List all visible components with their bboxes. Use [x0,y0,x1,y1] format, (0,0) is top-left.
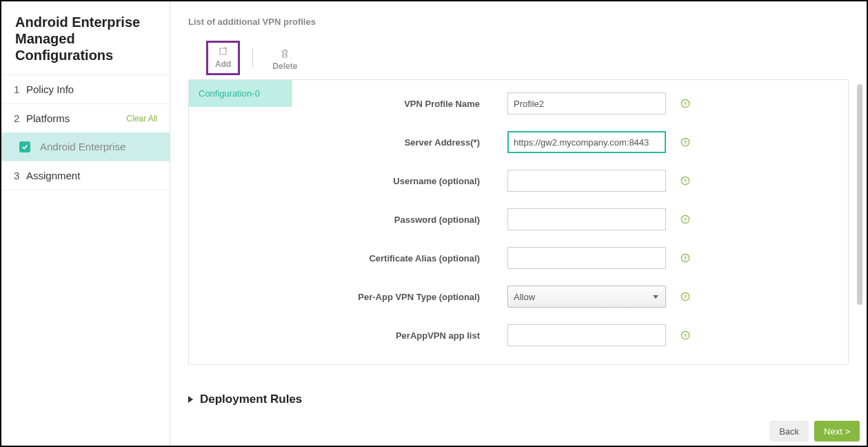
nav-num: 2 [14,112,26,124]
config-item[interactable]: Configuration-0 [189,80,292,107]
input-cert[interactable] [507,247,666,269]
nav-num: 3 [14,170,26,181]
add-icon [217,46,230,58]
sidebar-item-android-enterprise[interactable]: Android Enterprise [1,132,170,161]
row-vpn-name: VPN Profile Name ? [301,92,840,115]
scrollbar-thumb[interactable] [857,84,862,305]
nav-label: Platforms [26,112,126,124]
help-icon[interactable]: ? [680,98,691,109]
delete-label: Delete [272,61,297,71]
nav-policy-info[interactable]: 1 Policy Info [1,74,170,103]
delete-button[interactable]: Delete [265,45,304,75]
add-button[interactable]: Add [208,43,238,73]
deployment-rules-toggle[interactable]: Deployment Rules [188,393,849,406]
sidebar-item-label: Android Enterprise [40,141,125,152]
label-username: Username (optional) [301,176,507,186]
row-password: Password (optional) ? [301,208,840,230]
row-cert: Certificate Alias (optional) ? [301,247,840,269]
select-value: Allow [514,292,535,302]
input-server[interactable] [507,131,666,153]
toolbar: Add Delete [188,41,849,75]
row-perapp-list: PerAppVPN app list ? [301,324,840,346]
input-password[interactable] [507,208,666,230]
main-content: List of additional VPN profiles Add Dele… [170,1,867,446]
checkbox-checked-icon [19,141,30,152]
svg-text:?: ? [684,101,687,107]
config-panel: Configuration-0 VPN Profile Name ? Serve… [188,79,849,365]
label-perapp-list: PerAppVPN app list [301,330,507,341]
scrollbar[interactable] [857,84,862,305]
config-list: Configuration-0 [189,80,292,364]
toolbar-separator [252,48,253,68]
back-button[interactable]: Back [769,421,809,441]
svg-text:?: ? [684,178,687,184]
next-button[interactable]: Next > [814,421,860,441]
footer: Back Next > [769,421,860,441]
help-icon[interactable]: ? [680,175,691,186]
triangle-right-icon [188,396,193,403]
label-server: Server Address(*) [301,137,507,148]
input-perapp-list[interactable] [507,324,666,346]
help-icon[interactable]: ? [680,137,691,148]
help-icon[interactable]: ? [680,214,691,225]
svg-text:?: ? [684,217,687,223]
section-title: List of additional VPN profiles [188,17,849,27]
chevron-down-icon [653,295,658,299]
help-icon[interactable]: ? [680,330,691,341]
nav-label: Assignment [26,170,157,181]
svg-text:?: ? [684,332,687,339]
trash-icon [279,48,291,60]
svg-text:?: ? [684,139,687,146]
clear-all-link[interactable]: Clear All [126,114,157,123]
page-title: Android Enterprise Managed Configuration… [1,1,170,74]
help-icon[interactable]: ? [680,291,691,302]
form-area: VPN Profile Name ? Server Address(*) ? U… [292,80,848,364]
nav-assignment[interactable]: 3 Assignment [1,161,170,190]
label-password: Password (optional) [301,215,507,225]
deployment-rules-label: Deployment Rules [200,393,302,406]
nav-num: 1 [14,83,26,95]
label-vpn-name: VPN Profile Name [301,99,507,109]
label-cert: Certificate Alias (optional) [301,253,507,264]
row-server: Server Address(*) ? [301,131,840,153]
add-label: Add [215,59,231,69]
row-perapp-type: Per-App VPN Type (optional) Allow ? [301,286,840,308]
svg-text:?: ? [684,255,687,261]
add-highlight: Add [206,41,240,75]
sidebar: Android Enterprise Managed Configuration… [1,1,170,446]
label-perapp-type: Per-App VPN Type (optional) [301,292,507,302]
input-vpn-name[interactable] [507,92,666,115]
svg-text:?: ? [684,294,687,300]
row-username: Username (optional) ? [301,170,840,192]
nav-label: Policy Info [26,83,157,95]
help-icon[interactable]: ? [680,252,691,264]
select-perapp-type[interactable]: Allow [507,286,666,308]
input-username[interactable] [507,170,666,192]
nav-platforms[interactable]: 2 Platforms Clear All [1,103,170,132]
